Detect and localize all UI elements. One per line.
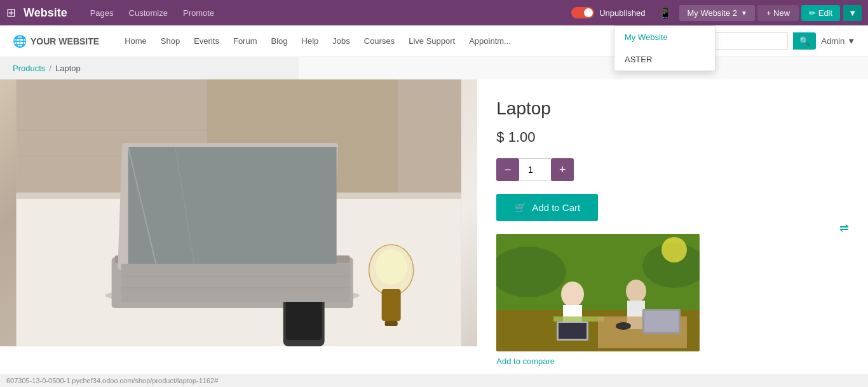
- website-menu-item-aster[interactable]: ASTER: [614, 48, 715, 71]
- site-nav-shop[interactable]: Shop: [154, 32, 186, 50]
- svg-point-36: [616, 322, 631, 330]
- admin-chevron-icon: ▼: [847, 36, 855, 46]
- website-dropdown-menu: My Website ASTER: [614, 25, 715, 71]
- site-nav-blog[interactable]: Blog: [265, 32, 294, 50]
- svg-rect-17: [382, 289, 401, 321]
- website-selector-label: My Website 2: [687, 8, 737, 18]
- site-name: YOUR WEBSITE: [31, 36, 99, 46]
- status-bar: 607305-13-0-0500-1.pychef34.odoo.com/sho…: [0, 374, 868, 385]
- website-selector[interactable]: My Website 2 ▼: [679, 5, 754, 21]
- breadcrumb-bar: Products / Laptop: [0, 57, 299, 79]
- site-nav-appoint[interactable]: Appointm...: [463, 32, 517, 50]
- toggle-switch-icon: [571, 7, 594, 18]
- add-to-cart-label: Add to Cart: [532, 202, 580, 213]
- quantity-increase-button[interactable]: +: [551, 158, 574, 181]
- quantity-decrease-button[interactable]: −: [496, 158, 519, 181]
- thumbnail-nav-icon[interactable]: ⇌: [839, 221, 849, 235]
- svg-rect-20: [121, 264, 350, 302]
- svg-rect-30: [553, 316, 604, 322]
- nav-customize[interactable]: Customize: [123, 4, 174, 22]
- search-button[interactable]: 🔍: [793, 32, 816, 50]
- site-navigation: 🌐 YOUR WEBSITE Home Shop Events Forum Bl…: [0, 25, 868, 57]
- thumbnail-svg: [496, 234, 700, 351]
- admin-button[interactable]: Admin ▼: [821, 36, 855, 46]
- site-nav-livesupport[interactable]: Live Support: [402, 32, 461, 50]
- top-nav-right: Unpublished 📱 My Website 2 ▼ + New ✏ Edi…: [565, 5, 862, 21]
- admin-label: Admin: [821, 36, 844, 46]
- product-title: Laptop: [496, 98, 849, 119]
- nav-promote[interactable]: Promote: [177, 4, 220, 22]
- site-nav-courses[interactable]: Courses: [358, 32, 401, 50]
- breadcrumb-products-link[interactable]: Products: [13, 64, 45, 73]
- unpublished-toggle[interactable]: Unpublished: [565, 7, 651, 18]
- add-to-compare-link[interactable]: Add to compare: [496, 356, 555, 366]
- product-image: [0, 79, 477, 346]
- site-nav-home[interactable]: Home: [118, 32, 153, 50]
- nav-links: Pages Customize Promote: [84, 4, 220, 22]
- breadcrumb-separator: /: [49, 64, 51, 73]
- product-thumbnail: [496, 234, 700, 351]
- product-image-section: [0, 79, 477, 385]
- add-to-cart-button[interactable]: 🛒 Add to Cart: [496, 194, 598, 221]
- product-price: $ 1.00: [496, 129, 849, 146]
- site-logo: 🌐 YOUR WEBSITE: [13, 34, 99, 48]
- svg-point-28: [561, 282, 584, 307]
- mobile-icon[interactable]: 📱: [654, 7, 677, 19]
- site-nav-help[interactable]: Help: [295, 32, 325, 50]
- quantity-input[interactable]: [519, 158, 551, 181]
- svg-rect-32: [559, 323, 587, 339]
- thumbnail-area: ⇌: [496, 234, 849, 366]
- chevron-down-icon: ▼: [741, 10, 747, 17]
- site-nav-forum[interactable]: Forum: [227, 32, 264, 50]
- product-details: Laptop $ 1.00 − + 🛒 Add to Cart ⇌: [477, 79, 868, 385]
- nav-pages[interactable]: Pages: [84, 4, 120, 22]
- svg-rect-38: [644, 311, 679, 332]
- svg-point-33: [626, 280, 646, 302]
- brand-label: Website: [24, 6, 67, 20]
- svg-point-39: [661, 237, 687, 262]
- top-nav-left: ⊞ Website Pages Customize Promote: [6, 4, 220, 22]
- site-nav-events[interactable]: Events: [187, 32, 226, 50]
- site-nav-links: Home Shop Events Forum Blog Help Jobs Co…: [118, 32, 674, 50]
- breadcrumb-current-page: Laptop: [55, 64, 81, 73]
- website-menu-item-mywebsite[interactable]: My Website: [614, 26, 715, 48]
- top-navigation: ⊞ Website Pages Customize Promote Unpubl…: [0, 0, 868, 25]
- new-button[interactable]: + New: [757, 5, 799, 21]
- product-image-svg: [0, 79, 477, 346]
- edit-caret-button[interactable]: ▼: [843, 5, 862, 21]
- status-url: 607305-13-0-0500-1.pychef34.odoo.com/sho…: [6, 377, 218, 384]
- main-content: Laptop $ 1.00 − + 🛒 Add to Cart ⇌: [0, 79, 868, 385]
- svg-rect-18: [385, 321, 398, 326]
- breadcrumb: Products / Laptop: [13, 64, 286, 73]
- edit-button[interactable]: ✏ Edit: [801, 5, 840, 21]
- globe-icon: 🌐: [13, 34, 27, 48]
- cart-icon: 🛒: [514, 201, 527, 214]
- svg-point-19: [376, 249, 407, 285]
- grid-icon[interactable]: ⊞: [6, 6, 16, 20]
- unpublished-label: Unpublished: [599, 8, 645, 18]
- site-nav-jobs[interactable]: Jobs: [326, 32, 356, 50]
- svg-rect-11: [128, 147, 337, 264]
- quantity-control: − +: [496, 158, 849, 181]
